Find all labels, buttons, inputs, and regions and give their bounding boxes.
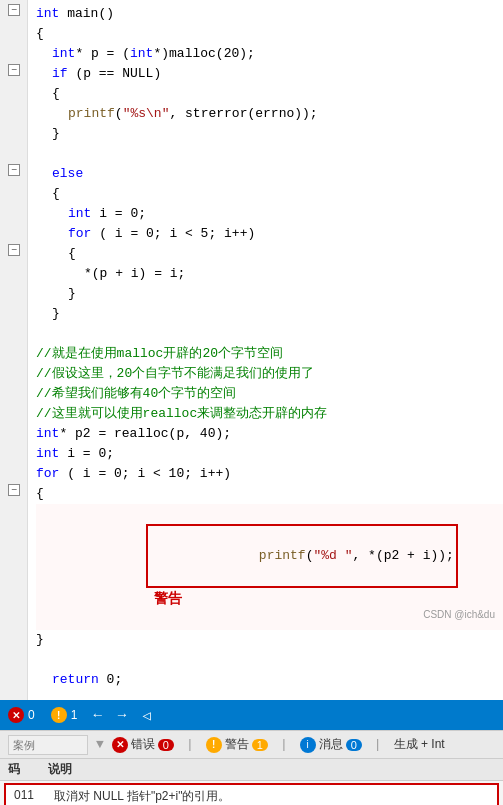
table-row: //希望我们能够有40个字节的空间 [36, 384, 503, 404]
table-row [36, 650, 503, 670]
error-filter-label: 错误 [131, 736, 155, 753]
warning-highlight: printf("%d ", *(p2 + i)); [146, 524, 458, 588]
info-filter[interactable]: i 消息 0 [300, 736, 362, 753]
table-row: { [36, 244, 503, 264]
error-panel: ▼ ✕ 错误 0 | ! 警告 1 | i 消息 0 | 生成 + Int [0, 730, 503, 805]
prev-error-button[interactable]: ← [93, 707, 101, 723]
sep3: | [374, 737, 382, 752]
table-row: { [36, 184, 503, 204]
code-content: int main() { int* p = (int*)malloc(20); … [28, 0, 503, 700]
table-row: { [36, 84, 503, 104]
error-toolbar: ▼ ✕ 错误 0 | ! 警告 1 | i 消息 0 | 生成 + Int [0, 731, 503, 759]
table-row [36, 144, 503, 164]
table-row: if (p == NULL) [36, 64, 503, 84]
build-label: 生成 + Int [394, 736, 445, 753]
table-row: //假设这里，20个自字节不能满足我们的使用了 [36, 364, 503, 384]
table-row: } [36, 124, 503, 144]
table-row [36, 324, 503, 344]
info-filter-icon: i [300, 737, 316, 753]
table-row: int i = 0; [36, 204, 503, 224]
collapse-icon-4[interactable]: − [8, 244, 20, 256]
warning-filter-count: 1 [252, 739, 268, 751]
table-row: //这里就可以使用realloc来调整动态开辟的内存 [36, 404, 503, 424]
table-row: int* p2 = realloc(p, 40); [36, 424, 503, 444]
info-filter-label: 消息 [319, 736, 343, 753]
search-input[interactable] [8, 735, 88, 755]
collapse-icon-5[interactable]: − [8, 484, 20, 496]
collapse-icon-2[interactable]: − [8, 64, 20, 76]
table-row: printf("%s\n", strerror(errno)); [36, 104, 503, 124]
status-bar: ✕ 0 ! 1 ← → ◁ [0, 700, 503, 730]
error-row-1[interactable]: 011 取消对 NULL 指针"p2+i"的引用。 [4, 783, 499, 805]
table-row [36, 690, 503, 700]
error-count: 0 [28, 708, 35, 722]
toolbar-separator: ▼ [96, 737, 104, 752]
warning-label: 警告 [154, 590, 182, 606]
error-filter[interactable]: ✕ 错误 0 [112, 736, 174, 753]
table-row: int i = 0; [36, 444, 503, 464]
collapse-icon-1[interactable]: − [8, 4, 20, 16]
error-list: 码 说明 011 取消对 NULL 指针"p2+i"的引用。 [0, 759, 503, 805]
error-code: 011 [14, 788, 54, 805]
warning-filter-label: 警告 [225, 736, 249, 753]
table-row: } [36, 630, 503, 650]
editor: − − − − − int main() { int* p = (int*)ma… [0, 0, 503, 700]
table-row: return 0; [36, 670, 503, 690]
table-row: int main() [36, 4, 503, 24]
error-status: ✕ 0 [8, 707, 35, 723]
warning-filter-icon: ! [206, 737, 222, 753]
warning-icon: ! [51, 707, 67, 723]
sep1: | [186, 737, 194, 752]
info-filter-count: 0 [346, 739, 362, 751]
collapse-icon-3[interactable]: − [8, 164, 20, 176]
build-filter[interactable]: 生成 + Int [394, 736, 445, 753]
col-desc: 说明 [48, 761, 495, 778]
table-row: for ( i = 0; i < 5; i++) [36, 224, 503, 244]
table-row: //就是在使用malloc开辟的20个字节空间 [36, 344, 503, 364]
col-code: 码 [8, 761, 48, 778]
error-description: 取消对 NULL 指针"p2+i"的引用。 [54, 788, 489, 805]
table-row: for ( i = 0; i < 10; i++) [36, 464, 503, 484]
next-error-button[interactable]: → [118, 707, 126, 723]
sep2: | [280, 737, 288, 752]
table-row: } [36, 304, 503, 324]
gutter: − − − − − [0, 0, 28, 700]
table-row: { [36, 24, 503, 44]
watermark: CSDN @ich&du [423, 609, 495, 620]
error-list-header: 码 说明 [0, 759, 503, 781]
error-filter-icon: ✕ [112, 737, 128, 753]
warning-count: 1 [71, 708, 78, 722]
collapse-button[interactable]: ◁ [142, 707, 150, 724]
table-row: { [36, 484, 503, 504]
table-row: int* p = (int*)malloc(20); [36, 44, 503, 64]
table-row: else [36, 164, 503, 184]
error-filter-count: 0 [158, 739, 174, 751]
warning-filter[interactable]: ! 警告 1 [206, 736, 268, 753]
error-icon: ✕ [8, 707, 24, 723]
table-row: *(p + i) = i; [36, 264, 503, 284]
code-lines: int main() { int* p = (int*)malloc(20); … [28, 0, 503, 700]
warning-status: ! 1 [51, 707, 78, 723]
table-row: } [36, 284, 503, 304]
